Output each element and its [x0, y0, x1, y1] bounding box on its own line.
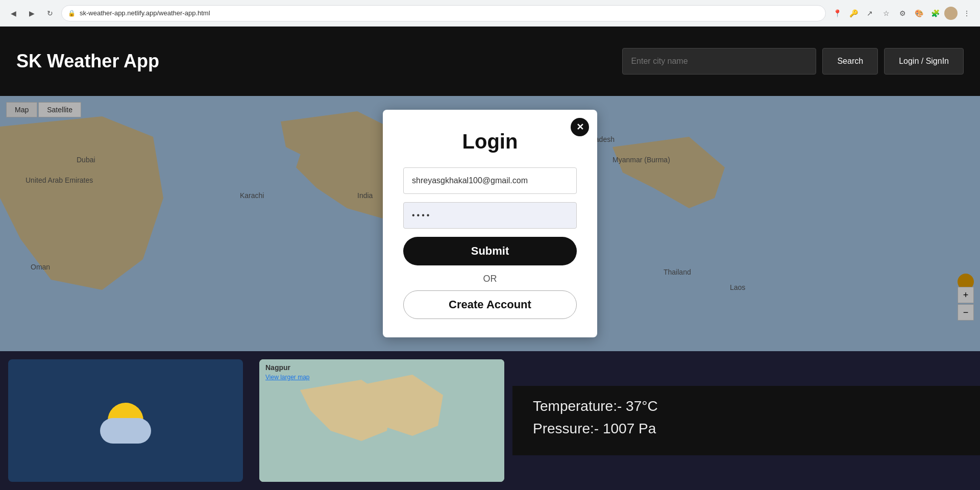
- city-name-label: Nagpur: [265, 363, 290, 372]
- search-button[interactable]: Search: [822, 48, 878, 75]
- modal-title: Login: [403, 130, 577, 153]
- menu-icon-btn[interactable]: ⋮: [960, 6, 974, 20]
- pressure-stat: Pressure:- 1007 Pa: [533, 421, 960, 437]
- view-larger-map-link[interactable]: View larger map: [265, 374, 309, 381]
- app-container: SK Weather App Search Login / SignIn: [0, 27, 980, 490]
- browser-chrome: ◀ ▶ ↻ 🔒 sk-weather-app.netlify.app/weath…: [0, 0, 980, 27]
- mini-map-card: Nagpur View larger map: [259, 359, 504, 482]
- email-input[interactable]: [403, 167, 577, 194]
- url-text: sk-weather-app.netlify.app/weather-app.h…: [80, 9, 210, 17]
- back-button[interactable]: ◀: [6, 6, 20, 20]
- password-icon-btn[interactable]: 🔑: [846, 6, 861, 20]
- bookmark-icon-btn[interactable]: ☆: [879, 6, 893, 20]
- modal-close-button[interactable]: ✕: [571, 118, 589, 136]
- location-icon-btn[interactable]: 📍: [830, 6, 844, 20]
- login-modal: ✕ Login Submit OR Create Account: [383, 110, 597, 337]
- temperature-stat: Temperature:- 37°C: [533, 398, 960, 414]
- map-area: Nepal Bhutan Bangladesh Myanmar (Burma) …: [0, 96, 980, 351]
- sun-cloud-icon: [95, 390, 156, 451]
- modal-overlay: ✕ Login Submit OR Create Account: [0, 96, 980, 351]
- header-right: Search Login / SignIn: [622, 48, 964, 75]
- forward-button[interactable]: ▶: [24, 6, 39, 20]
- submit-button[interactable]: Submit: [403, 237, 577, 265]
- settings-icon-btn[interactable]: ⚙: [895, 6, 910, 20]
- lock-icon: 🔒: [68, 10, 76, 17]
- app-title: SK Weather App: [16, 51, 159, 72]
- weather-icon-card: [8, 359, 243, 482]
- cloud-body: [100, 418, 151, 444]
- extensions-icon-btn[interactable]: 🧩: [928, 6, 942, 20]
- profile-avatar[interactable]: [944, 7, 958, 20]
- address-bar[interactable]: 🔒 sk-weather-app.netlify.app/weather-app…: [61, 5, 826, 21]
- share-icon-btn[interactable]: ↗: [863, 6, 877, 20]
- weather-stats-card: Temperature:- 37°C Pressure:- 1007 Pa: [512, 386, 980, 455]
- login-button[interactable]: Login / SignIn: [884, 48, 964, 75]
- reload-button[interactable]: ↻: [43, 6, 57, 20]
- color-icon-btn[interactable]: 🎨: [912, 6, 926, 20]
- browser-right-icons: 📍 🔑 ↗ ☆ ⚙ 🎨 🧩 ⋮: [830, 6, 974, 20]
- bottom-panel: Nagpur View larger map Temperature:- 37°…: [0, 351, 980, 490]
- password-input[interactable]: [403, 202, 577, 229]
- or-divider: OR: [403, 274, 577, 284]
- create-account-button[interactable]: Create Account: [403, 290, 577, 319]
- city-search-input[interactable]: [622, 48, 816, 75]
- app-header: SK Weather App Search Login / SignIn: [0, 27, 980, 96]
